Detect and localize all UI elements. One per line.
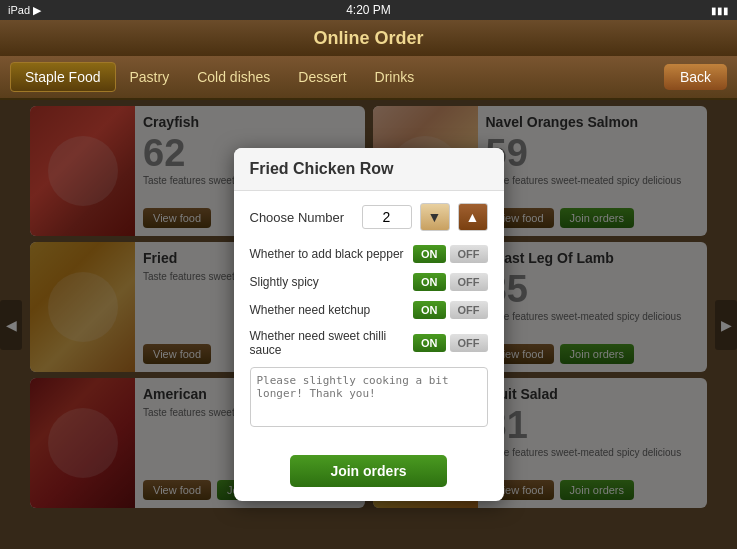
- toggle-on-ketchup[interactable]: ON: [413, 301, 446, 319]
- modal-footer: Join orders: [234, 455, 504, 501]
- modal-join-orders-button[interactable]: Join orders: [290, 455, 446, 487]
- option-label-spicy: Slightly spicy: [250, 275, 414, 289]
- nav-item-cold[interactable]: Cold dishes: [183, 63, 284, 91]
- toggle-off-ketchup[interactable]: OFF: [450, 301, 488, 319]
- main-content: ◀ Crayfish 62 Taste features sweet-meate…: [0, 100, 737, 549]
- modal-body: Choose Number ▼ ▲ Whether to add black p…: [234, 191, 504, 455]
- modal-overlay: Fried Chicken Row Choose Number ▼ ▲ Whet…: [0, 100, 737, 549]
- nav-item-dessert[interactable]: Dessert: [284, 63, 360, 91]
- option-row-chilli: Whether need sweet chilli sauce ON OFF: [250, 329, 488, 357]
- option-row-spicy: Slightly spicy ON OFF: [250, 273, 488, 291]
- option-label-pepper: Whether to add black pepper: [250, 247, 414, 261]
- option-label-ketchup: Whether need ketchup: [250, 303, 414, 317]
- nav-item-staple[interactable]: Staple Food: [10, 62, 116, 92]
- app-header: Online Order: [0, 20, 737, 56]
- toggle-on-chilli[interactable]: ON: [413, 334, 446, 352]
- toggle-group-chilli: ON OFF: [413, 334, 488, 352]
- option-label-chilli: Whether need sweet chilli sauce: [250, 329, 414, 357]
- toggle-group-ketchup: ON OFF: [413, 301, 488, 319]
- modal-header: Fried Chicken Row: [234, 148, 504, 191]
- toggle-on-pepper[interactable]: ON: [413, 245, 446, 263]
- toggle-group-pepper: ON OFF: [413, 245, 488, 263]
- quantity-input[interactable]: [362, 205, 412, 229]
- status-left-icons: iPad ▶: [8, 4, 41, 17]
- app-title: Online Order: [313, 28, 423, 49]
- quantity-up-button[interactable]: ▲: [458, 203, 488, 231]
- choose-number-row: Choose Number ▼ ▲: [250, 203, 488, 231]
- toggle-off-chilli[interactable]: OFF: [450, 334, 488, 352]
- order-modal: Fried Chicken Row Choose Number ▼ ▲ Whet…: [234, 148, 504, 501]
- toggle-off-pepper[interactable]: OFF: [450, 245, 488, 263]
- option-row-ketchup: Whether need ketchup ON OFF: [250, 301, 488, 319]
- nav-item-pastry[interactable]: Pastry: [116, 63, 184, 91]
- nav-item-drinks[interactable]: Drinks: [361, 63, 429, 91]
- quantity-down-button[interactable]: ▼: [420, 203, 450, 231]
- order-notes-textarea[interactable]: [250, 367, 488, 427]
- toggle-on-spicy[interactable]: ON: [413, 273, 446, 291]
- status-bar: iPad ▶ 4:20 PM ▮▮▮: [0, 0, 737, 20]
- option-row-pepper: Whether to add black pepper ON OFF: [250, 245, 488, 263]
- toggle-group-spicy: ON OFF: [413, 273, 488, 291]
- back-button[interactable]: Back: [664, 64, 727, 90]
- choose-number-label: Choose Number: [250, 210, 354, 225]
- modal-title: Fried Chicken Row: [250, 160, 488, 178]
- nav-bar: Staple Food Pastry Cold dishes Dessert D…: [0, 56, 737, 100]
- status-time: 4:20 PM: [346, 3, 391, 17]
- toggle-off-spicy[interactable]: OFF: [450, 273, 488, 291]
- status-battery: ▮▮▮: [711, 5, 729, 16]
